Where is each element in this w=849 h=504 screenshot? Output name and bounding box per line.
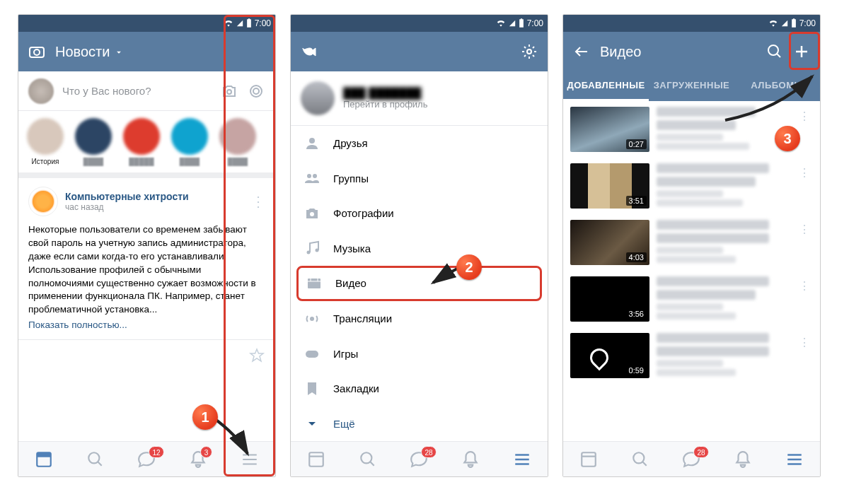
wifi-icon — [768, 18, 778, 28]
nav-messages[interactable]: 28 — [666, 442, 717, 476]
more-icon[interactable]: ⋮ — [796, 166, 813, 180]
nav-messages[interactable]: 28 — [393, 442, 445, 476]
group-name[interactable]: Компьютерные хитрости — [65, 191, 244, 202]
attach-photo-icon[interactable] — [220, 82, 238, 100]
search-icon[interactable] — [766, 43, 783, 60]
menu-video[interactable]: Видео — [296, 266, 542, 301]
svg-point-4 — [250, 86, 262, 97]
menu-live[interactable]: Трансляции — [291, 301, 548, 336]
badge: 12 — [149, 446, 163, 458]
compose-row[interactable]: Что у Вас нового? — [18, 71, 275, 111]
profile-name: ███ ███████ — [343, 87, 427, 99]
menu-bookmarks[interactable]: Закладки — [291, 371, 548, 406]
svg-rect-6 — [37, 452, 52, 457]
video-item[interactable]: 3:56 ⋮ — [563, 271, 820, 327]
post-footer — [18, 339, 275, 372]
more-icon[interactable]: ⋮ — [796, 110, 813, 123]
svg-point-13 — [307, 251, 311, 254]
menu-groups[interactable]: Группы — [291, 161, 548, 197]
nav-feed[interactable] — [563, 442, 615, 476]
nav-menu[interactable] — [768, 442, 820, 476]
menu-friends[interactable]: Друзья — [291, 126, 548, 161]
nav-menu[interactable] — [224, 442, 275, 476]
tab-uploaded[interactable]: ЗАГРУЖЕННЫЕ — [649, 71, 734, 101]
badge: 28 — [421, 446, 436, 458]
post-more-icon[interactable]: ⋮ — [251, 193, 265, 210]
header-title: Видео — [600, 44, 756, 60]
battery-icon — [519, 18, 524, 28]
vk-logo-icon — [301, 43, 318, 60]
avatar — [301, 81, 335, 115]
profile-row[interactable]: ███ ███████ Перейти в профиль — [291, 71, 548, 126]
battery-icon — [246, 18, 252, 28]
video-thumb: 4:03 — [570, 220, 649, 265]
svg-point-19 — [361, 452, 371, 463]
more-icon[interactable]: ⋮ — [796, 223, 813, 236]
menu-games[interactable]: Игры — [291, 336, 548, 371]
status-time: 7:00 — [255, 18, 271, 28]
story-item[interactable]: █████ — [120, 118, 163, 165]
story-item[interactable]: ████ — [216, 118, 259, 165]
svg-point-16 — [310, 317, 314, 321]
news-header: Новости — [18, 32, 275, 71]
nav-messages[interactable]: 12 — [121, 442, 173, 476]
phone-video: 7:00 Видео ДОБАВЛЕННЫЕ ЗАГРУЖЕННЫЕ АЛЬБО… — [562, 14, 821, 477]
nav-search[interactable] — [342, 442, 394, 476]
show-more-link[interactable]: Показать полностью... — [28, 320, 127, 330]
badge: 28 — [693, 446, 708, 458]
video-thumb: 3:56 — [570, 276, 649, 322]
svg-point-2 — [227, 90, 231, 94]
story-item[interactable]: ████ — [72, 118, 115, 165]
phone-news: 7:00 Новости Что у Вас нового? История █… — [18, 14, 276, 477]
story-item[interactable]: ████ — [168, 118, 211, 165]
feed-post: Компьютерные хитрости час назад ⋮ Некото… — [18, 178, 275, 339]
svg-point-3 — [253, 88, 259, 94]
svg-point-11 — [313, 174, 317, 178]
nav-notifications[interactable] — [717, 442, 769, 476]
signal-icon — [781, 18, 788, 28]
svg-point-9 — [309, 138, 315, 143]
phone-menu: 7:00 ███ ███████ Перейти в профиль Друзь… — [290, 14, 548, 477]
nav-notifications[interactable]: 3 — [173, 442, 224, 476]
live-icon[interactable] — [247, 82, 265, 100]
status-time: 7:00 — [527, 18, 543, 28]
svg-point-10 — [307, 174, 311, 178]
menu-more[interactable]: Ещё — [291, 406, 548, 441]
add-icon[interactable] — [793, 43, 810, 60]
video-thumb: 0:59 — [570, 333, 649, 378]
bookmark-icon[interactable] — [248, 348, 265, 365]
tab-added[interactable]: ДОБАВЛЕННЫЕ — [563, 71, 649, 101]
avatar — [28, 78, 54, 104]
nav-feed[interactable] — [291, 442, 342, 476]
video-item[interactable]: 0:59 ⋮ — [563, 327, 820, 384]
nav-search[interactable] — [615, 442, 666, 476]
video-item[interactable]: 4:03 ⋮ — [563, 214, 820, 271]
svg-point-7 — [88, 452, 99, 463]
bottom-nav: 12 3 — [18, 441, 275, 476]
header-title[interactable]: Новости — [55, 44, 265, 60]
video-item[interactable]: 3:51 ⋮ — [563, 158, 820, 214]
tab-albums[interactable]: АЛЬБОМЫ — [734, 71, 820, 101]
nav-notifications[interactable] — [445, 442, 497, 476]
wifi-icon — [224, 18, 233, 28]
video-tabs: ДОБАВЛЕННЫЕ ЗАГРУЖЕННЫЕ АЛЬБОМЫ — [563, 71, 820, 101]
svg-point-20 — [768, 45, 778, 55]
story-item[interactable]: История — [24, 118, 67, 165]
nav-menu[interactable] — [496, 442, 548, 476]
svg-point-1 — [34, 49, 40, 55]
more-icon[interactable]: ⋮ — [796, 279, 813, 293]
group-avatar[interactable] — [28, 187, 58, 216]
stories-row[interactable]: История ████ █████ ████ ████ — [18, 111, 275, 178]
video-item[interactable]: 0:27 ⋮ — [563, 101, 820, 158]
camera-icon[interactable] — [28, 43, 45, 60]
nav-feed[interactable] — [18, 442, 70, 476]
menu-photos[interactable]: Фотографии — [291, 196, 548, 231]
back-icon[interactable] — [573, 43, 590, 60]
more-icon[interactable]: ⋮ — [796, 336, 813, 349]
svg-rect-18 — [310, 452, 324, 467]
nav-search[interactable] — [70, 442, 122, 476]
profile-link: Перейти в профиль — [343, 99, 427, 110]
svg-rect-21 — [582, 452, 596, 467]
gear-icon[interactable] — [521, 43, 538, 60]
menu-music[interactable]: Музыка — [291, 231, 548, 266]
